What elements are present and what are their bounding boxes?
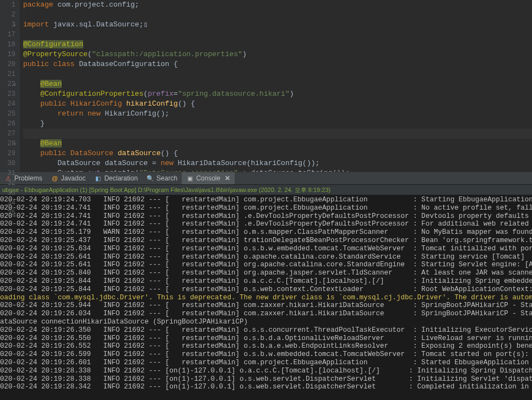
gutter-line: 2 <box>0 10 15 20</box>
gutter-line: 3▸ <box>0 20 15 30</box>
console-line: ataSource connectionHikariDataSource (Sp… <box>0 318 532 326</box>
tab-label: Declaration <box>104 174 138 182</box>
gutter-line: 28▾ <box>0 139 15 149</box>
console-line: 020-02-24 20:19:24.703 INFO 21692 --- [ … <box>0 196 532 204</box>
code-line[interactable] <box>23 69 532 79</box>
gutter-line: 29 <box>0 149 15 158</box>
gutter-line: 31 <box>0 168 15 178</box>
console-line: 020-02-24 20:19:25.634 INFO 21692 --- [ … <box>0 245 532 253</box>
javadoc-icon: @ <box>51 174 59 182</box>
console-line: 020-02-24 20:19:25.844 INFO 21692 --- [ … <box>0 286 532 294</box>
console-line: 020-02-24 20:19:26.350 INFO 21692 --- [ … <box>0 326 532 335</box>
close-icon[interactable]: ✕ <box>225 174 230 182</box>
code-line[interactable]: return new HikariConfig(); <box>23 109 532 119</box>
line-gutter: 123▸171819202122▾232425262728▾2930313233… <box>0 0 20 172</box>
gutter-line: 18 <box>0 40 15 50</box>
tab-label: Search <box>156 174 177 182</box>
code-line[interactable] <box>23 10 532 20</box>
code-line[interactable]: package com.project.config; <box>23 0 532 10</box>
console-line: 020-02-24 20:19:28.338 INFO 21692 --- [o… <box>0 375 532 383</box>
gutter-line: 19 <box>0 50 15 59</box>
tab-label: Javadoc <box>61 174 86 182</box>
code-line[interactable]: DataSource dataSource = new HikariDataSo… <box>23 158 532 168</box>
code-editor[interactable]: 123▸171819202122▾232425262728▾2930313233… <box>0 0 532 172</box>
console-line: oading class `com.mysql.jdbc.Driver'. Th… <box>0 294 532 302</box>
tab-declaration[interactable]: ◧Declaration <box>90 172 142 184</box>
console-line: 020-02-24 20:19:28.338 INFO 21692 --- [o… <box>0 367 532 375</box>
gutter-line: 25 <box>0 109 15 119</box>
console-line: 020-02-24 20:19:24.741 INFO 21692 --- [ … <box>0 220 532 228</box>
search-icon: 🔍 <box>146 174 154 182</box>
console-line: 020-02-24 20:19:26.552 INFO 21692 --- [ … <box>0 342 532 350</box>
gutter-line: 1 <box>0 0 15 10</box>
gutter-line: 24 <box>0 99 15 109</box>
code-line[interactable]: @Bean <box>23 139 532 149</box>
code-line[interactable] <box>23 129 532 139</box>
gutter-line: 34 <box>0 198 15 208</box>
code-line[interactable]: } <box>23 119 532 129</box>
code-line[interactable]: public DataSource dataSource() { <box>23 149 532 158</box>
gutter-line: 21 <box>0 69 15 79</box>
console-line: 020-02-24 20:19:25.437 INFO 21692 --- [ … <box>0 237 532 245</box>
console-output[interactable]: 020-02-24 20:19:24.703 INFO 21692 --- [ … <box>0 195 532 400</box>
console-line: 020-02-24 20:19:24.741 INFO 21692 --- [ … <box>0 204 532 212</box>
tab-search[interactable]: 🔍Search <box>142 172 182 184</box>
code-line[interactable]: @Bean <box>23 79 532 89</box>
launch-text: ubgae - EbbugaeApplication (1) [Spring B… <box>2 187 330 193</box>
console-line: 020-02-24 20:19:25.641 INFO 21692 --- [ … <box>0 253 532 261</box>
code-line[interactable]: public class DatabaseConfiguration { <box>23 59 532 69</box>
code-line[interactable]: @ConfigurationProperties(prefix="spring.… <box>23 89 532 99</box>
gutter-line: 26 <box>0 119 15 129</box>
gutter-line: 32 <box>0 178 15 188</box>
console-line: 020-02-24 20:19:25.840 INFO 21692 --- [ … <box>0 269 532 277</box>
console-line: 020-02-24 20:19:26.601 INFO 21692 --- [ … <box>0 359 532 367</box>
gutter-line: 22▾ <box>0 79 15 89</box>
console-line: 020-02-24 20:19:25.944 INFO 21692 --- [ … <box>0 302 532 310</box>
tab-javadoc[interactable]: @Javadoc <box>47 172 90 184</box>
console-line: 020-02-24 20:19:26.550 INFO 21692 --- [ … <box>0 335 532 343</box>
code-line[interactable]: System.out.println("DataSource connectio… <box>23 168 532 172</box>
tab-label: Console <box>196 174 220 182</box>
tab-label: Problems <box>14 174 42 182</box>
fold-marker-icon[interactable]: ▸ <box>13 209 17 219</box>
code-line[interactable] <box>23 30 532 40</box>
code-line[interactable]: import javax.sql.DataSource;▯ <box>23 20 532 30</box>
gutter-line: 23 <box>0 89 15 99</box>
console-line: 020-02-24 20:19:25.179 WARN 21692 --- [ … <box>0 228 532 237</box>
console-line: 020-02-24 20:19:26.034 INFO 21692 --- [ … <box>0 310 532 318</box>
gutter-line: 30 <box>0 158 15 168</box>
gutter-line: 27 <box>0 129 15 139</box>
tab-console[interactable]: ▣Console✕ <box>182 172 235 184</box>
console-line: 020-02-24 20:19:25.844 INFO 21692 --- [ … <box>0 277 532 286</box>
console-line: 020-02-24 20:19:26.599 INFO 21692 --- [ … <box>0 350 532 359</box>
gutter-line: 17 <box>0 30 15 40</box>
code-area[interactable]: package com.project.config;import javax.… <box>20 0 532 172</box>
code-line[interactable]: public HikariConfig hikariConfig() { <box>23 99 532 109</box>
console-icon: ▣ <box>186 174 194 182</box>
code-line[interactable]: @Configuration <box>23 40 532 50</box>
console-line: 020-02-24 20:19:25.641 INFO 21692 --- [ … <box>0 261 532 269</box>
bottom-tabs-bar: ⚠Problems @Javadoc ◧Declaration 🔍Search … <box>0 172 532 185</box>
code-line[interactable]: @PropertySource("classpath:/application.… <box>23 50 532 59</box>
gutter-line: 35▸ <box>0 208 15 218</box>
gutter-line: 33 <box>0 188 15 198</box>
declaration-icon: ◧ <box>94 174 102 182</box>
gutter-line: 20 <box>0 59 15 69</box>
launch-config-bar: ubgae - EbbugaeApplication (1) [Spring B… <box>0 185 532 195</box>
console-line: 020-02-24 20:19:24.741 INFO 21692 --- [ … <box>0 212 532 221</box>
console-line: 020-02-24 20:19:28.342 INFO 21692 --- [o… <box>0 383 532 391</box>
